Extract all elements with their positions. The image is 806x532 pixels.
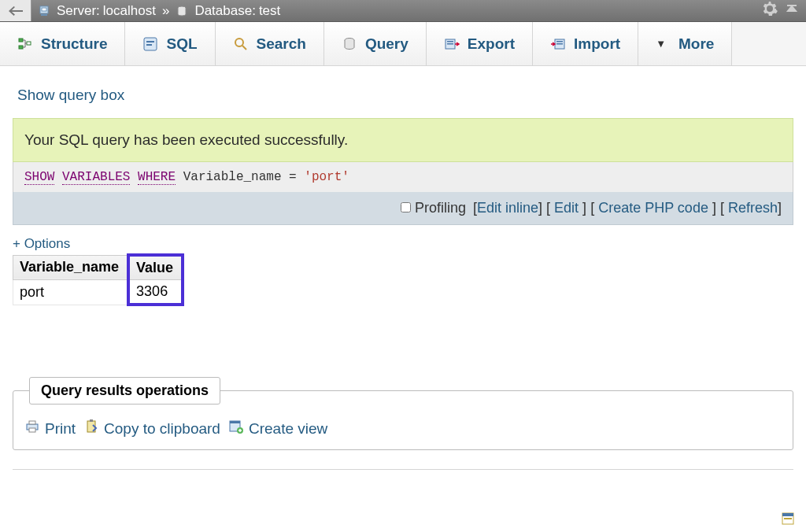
create-view-label: Create view [249, 420, 327, 438]
svg-rect-29 [784, 518, 792, 519]
bookmark-icon[interactable] [781, 512, 795, 526]
sql-keyword: VARIABLES [62, 170, 130, 185]
tab-sql[interactable]: SQL [125, 22, 215, 65]
sql-text: Variable_name = [183, 170, 305, 184]
svg-rect-14 [447, 41, 453, 42]
svg-rect-25 [230, 421, 240, 423]
tab-label: Query [365, 35, 409, 53]
tab-label: Import [574, 35, 620, 53]
sql-icon [142, 36, 158, 52]
tab-label: Search [257, 35, 306, 53]
svg-rect-21 [29, 428, 35, 432]
svg-rect-20 [29, 421, 35, 424]
database-name-link[interactable]: test [259, 3, 280, 19]
sql-string: 'port' [304, 170, 349, 184]
tab-structure[interactable]: Structure [0, 22, 125, 65]
operations-legend: Query results operations [29, 377, 220, 405]
svg-rect-28 [782, 513, 793, 516]
bracket: ] [708, 200, 716, 216]
success-message: Your SQL query has been executed success… [13, 118, 793, 162]
structure-icon [17, 36, 33, 52]
svg-rect-1 [42, 8, 46, 11]
table-header-row: Variable_name Value [13, 255, 183, 280]
tab-more[interactable]: ▼ More [638, 22, 732, 65]
svg-rect-9 [146, 44, 152, 46]
profiling-label: Profiling [415, 200, 466, 216]
bracket: ] [538, 200, 542, 216]
bracket: [ [546, 200, 554, 216]
results-table: Variable_name Value port 3306 [13, 253, 184, 306]
executed-sql: SHOW VARIABLES WHERE Variable_name = 'po… [13, 162, 793, 192]
tab-label: More [678, 35, 714, 53]
tab-query[interactable]: Query [324, 22, 427, 65]
bracket: ] [778, 200, 782, 216]
print-link[interactable]: Print [24, 419, 76, 438]
cell-value: 3306 [128, 280, 183, 305]
profiling-checkbox[interactable] [401, 202, 411, 212]
main-content: Show query box Your SQL query has been e… [0, 66, 806, 484]
bracket: [ [590, 200, 598, 216]
gear-icon[interactable] [762, 1, 778, 20]
column-header-value[interactable]: Value [128, 255, 183, 280]
options-toggle[interactable]: + Options [13, 236, 793, 252]
back-button[interactable] [0, 0, 31, 21]
clipboard-icon [83, 419, 99, 438]
import-icon [550, 36, 566, 52]
svg-point-10 [235, 39, 243, 46]
svg-rect-18 [556, 43, 563, 45]
sql-keyword: WHERE [138, 170, 176, 185]
refresh-link[interactable]: Refresh [728, 200, 778, 216]
breadcrumb-separator: » [162, 3, 169, 19]
create-view-icon [228, 419, 244, 438]
breadcrumb-bar: Server: localhost » Database: test [0, 0, 806, 22]
column-header-variable-name[interactable]: Variable_name [13, 255, 129, 280]
svg-rect-23 [90, 419, 93, 422]
print-label: Print [45, 420, 76, 438]
database-icon [176, 5, 188, 17]
tab-export[interactable]: Export [427, 22, 533, 65]
export-icon [444, 36, 460, 52]
svg-line-11 [242, 46, 246, 50]
svg-rect-6 [27, 42, 31, 45]
tab-search[interactable]: Search [216, 22, 324, 65]
copy-clipboard-link[interactable]: Copy to clipboard [83, 419, 220, 438]
server-label: Server: [57, 3, 100, 19]
database-label: Database: [194, 3, 256, 19]
cell-variable-name: port [13, 280, 129, 305]
edit-link[interactable]: Edit [554, 200, 579, 216]
create-php-link[interactable]: Create PHP code [598, 200, 708, 216]
collapse-icon[interactable] [784, 1, 800, 20]
svg-rect-8 [146, 41, 154, 42]
query-results-operations: Query results operations Print Copy to c… [13, 377, 793, 450]
print-icon [24, 419, 40, 438]
tab-import[interactable]: Import [533, 22, 638, 65]
query-icon [342, 36, 357, 52]
edit-inline-link[interactable]: Edit inline [477, 200, 538, 216]
footer-divider [13, 469, 793, 470]
server-name-link[interactable]: localhost [103, 3, 156, 19]
dropdown-icon: ▼ [656, 38, 666, 50]
search-icon [233, 36, 249, 52]
sql-keyword: SHOW [24, 170, 54, 185]
bracket: ] [579, 200, 586, 216]
svg-rect-5 [19, 46, 23, 49]
svg-rect-15 [447, 43, 453, 45]
show-query-box-link[interactable]: Show query box [17, 87, 789, 104]
tab-label: Structure [41, 35, 107, 53]
tab-label: Export [468, 35, 515, 53]
tab-label: SQL [166, 35, 197, 53]
copy-label: Copy to clipboard [104, 420, 220, 438]
create-view-link[interactable]: Create view [228, 419, 327, 438]
table-row: port 3306 [13, 280, 183, 305]
svg-rect-4 [19, 39, 23, 42]
tab-bar: Structure SQL Search Query Export Import… [0, 22, 806, 66]
bracket: [ [720, 200, 728, 216]
svg-rect-2 [41, 14, 47, 16]
sql-actions-bar: Profiling [Edit inline] [ Edit ] [ Creat… [13, 192, 793, 225]
svg-rect-17 [556, 41, 563, 42]
server-icon [38, 5, 50, 17]
